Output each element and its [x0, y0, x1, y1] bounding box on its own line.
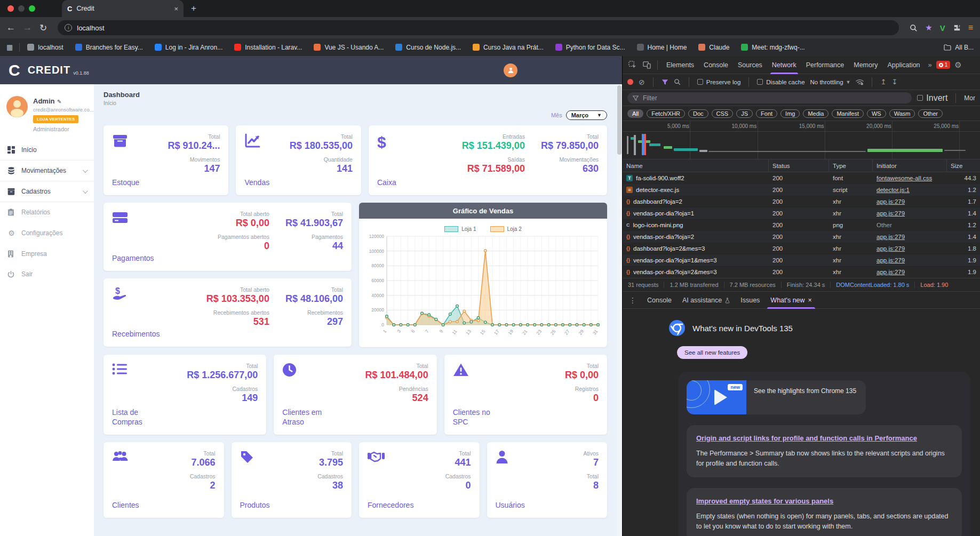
edit-profile-icon[interactable]: ✎: [57, 99, 61, 105]
filter-chip-ws[interactable]: WS: [867, 109, 886, 118]
bookmark-star-icon[interactable]: ★: [925, 23, 932, 33]
reload-icon[interactable]: ↻: [39, 22, 47, 34]
apps-grid-icon[interactable]: ▦: [6, 43, 13, 51]
network-row[interactable]: {}vendas-por-dia?loja=1200xhrapp.js:2791…: [623, 207, 980, 219]
search-icon[interactable]: [674, 78, 681, 85]
card-produtos[interactable]: Produtos Total3.795 Cadastros38: [232, 442, 352, 518]
filter-chip-all[interactable]: All: [627, 109, 643, 118]
preserve-log-checkbox[interactable]: Preserve log: [697, 79, 741, 85]
import-har-icon[interactable]: ↥: [880, 78, 886, 86]
network-row[interactable]: Clogo-icon-mini.png200pngOther1.2: [623, 219, 980, 231]
filter-chip-css[interactable]: CSS: [712, 109, 734, 118]
card-estoque[interactable]: Estoque TotalR$ 910.24... Movimentos147: [103, 125, 228, 195]
feature-link[interactable]: Origin and script links for profile and …: [696, 434, 917, 442]
card-usuarios[interactable]: Usuários Ativos7 Total8: [487, 442, 608, 518]
invert-filter-checkbox[interactable]: Invert: [917, 93, 947, 103]
search-tabs-icon[interactable]: [910, 24, 918, 32]
bookmark-item[interactable]: Meet: mdg-zfwq-...: [741, 44, 804, 51]
minimize-window-button[interactable]: [18, 5, 25, 12]
network-row[interactable]: {}dashboard?loja=2200xhrapp.js:2791.7: [623, 196, 980, 207]
sidebar-item-cadastros[interactable]: Cadastros: [0, 181, 94, 202]
bookmark-item[interactable]: Home | Home: [637, 44, 687, 51]
initiator-link[interactable]: app.js:279: [877, 257, 905, 263]
close-icon[interactable]: ×: [808, 297, 812, 304]
network-conditions-icon[interactable]: [856, 79, 864, 85]
bookmark-item[interactable]: Python for Data Sc...: [555, 44, 625, 51]
initiator-link[interactable]: app.js:279: [877, 269, 905, 275]
header-avatar[interactable]: [504, 63, 517, 77]
error-count-badge[interactable]: 1: [936, 61, 951, 69]
devtools-tab-elements[interactable]: Elements: [662, 56, 699, 74]
initiator-link[interactable]: detector.js:1: [877, 187, 910, 193]
drawer-tab-console[interactable]: Console: [642, 292, 677, 309]
new-tab-button[interactable]: +: [191, 3, 196, 14]
disable-cache-checkbox[interactable]: Disable cache: [757, 79, 804, 85]
filter-chip-font[interactable]: Font: [756, 109, 777, 118]
bookmark-item[interactable]: Claude: [698, 44, 729, 51]
initiator-link[interactable]: app.js:279: [877, 234, 905, 240]
browser-menu-icon[interactable]: ≡: [968, 23, 974, 33]
sidebar-item-configuracoes[interactable]: ⚙ Configurações: [0, 222, 94, 244]
address-bar[interactable]: i localhost: [58, 20, 899, 35]
network-row[interactable]: {}vendas-por-dia?loja=1&mes=3200xhrapp.j…: [623, 254, 980, 266]
filter-chip-wasm[interactable]: Wasm: [889, 109, 915, 118]
maximize-window-button[interactable]: [29, 5, 35, 12]
card-vendas[interactable]: Vendas TotalR$ 180.535,00 Quantidade141: [236, 125, 361, 195]
close-window-button[interactable]: [7, 5, 14, 12]
column-header-initiator[interactable]: Initiator: [873, 159, 947, 172]
card-lista-compras[interactable]: Lista de Compras TotalR$ 1.256.677,00 Ca…: [103, 355, 266, 435]
filter-chip-other[interactable]: Other: [918, 109, 943, 118]
devtools-tab-application[interactable]: Application: [882, 56, 925, 74]
highlights-video-card[interactable]: new See the highlights from Chrome 135: [687, 380, 866, 414]
sidebar-item-inicio[interactable]: Início: [0, 140, 94, 160]
sidebar-item-sair[interactable]: Sair: [0, 264, 94, 284]
devtools-tab-memory[interactable]: Memory: [849, 56, 882, 74]
tab-close-icon[interactable]: ×: [174, 5, 178, 13]
filter-funnel-icon[interactable]: [662, 79, 668, 85]
month-select[interactable]: Março ▼: [566, 110, 607, 120]
initiator-link[interactable]: app.js:279: [877, 245, 905, 252]
column-header-name[interactable]: Name: [623, 159, 769, 172]
see-all-features-button[interactable]: See all new features: [677, 346, 747, 359]
all-bookmarks-folder[interactable]: All B...: [944, 44, 974, 51]
devtools-tab-performance[interactable]: Performance: [801, 56, 849, 74]
card-recebimentos[interactable]: $ Recebimentos Total abertoR$ 103.353,00…: [103, 278, 352, 347]
devtools-settings-gear-icon[interactable]: ⚙: [954, 60, 961, 70]
card-clientes-atraso[interactable]: Clientes em Atraso TotalR$ 101.484,00 Pe…: [274, 355, 436, 435]
card-pagamentos[interactable]: Pagamentos Total abertoR$ 0,00 Pagamento…: [103, 203, 352, 271]
column-header-status[interactable]: Status: [769, 159, 829, 172]
network-row[interactable]: {}dashboard?loja=2&mes=3200xhrapp.js:279…: [623, 243, 980, 254]
device-toolbar-icon[interactable]: [640, 61, 654, 69]
drawer-tab-ai-assistance[interactable]: AI assistance: [677, 292, 735, 309]
video-thumbnail[interactable]: new: [687, 380, 746, 414]
filter-chip-media[interactable]: Media: [803, 109, 828, 118]
card-clientes-spc[interactable]: Clientes no SPC TotalR$ 0,00 Registros0: [444, 355, 607, 435]
extension-v-icon[interactable]: V: [940, 23, 945, 33]
clear-network-log-icon[interactable]: ⊘: [639, 78, 645, 86]
card-clientes[interactable]: Clientes Total7.066 Cadastros2: [103, 442, 224, 518]
inspect-element-icon[interactable]: [626, 61, 639, 69]
sidebar-item-empresa[interactable]: Empresa: [0, 244, 94, 264]
initiator-link[interactable]: fontawesome-all.css: [877, 175, 932, 181]
more-tabs-icon[interactable]: »: [928, 61, 932, 69]
initiator-link[interactable]: app.js:279: [877, 198, 905, 205]
drawer-tab-what-s-new[interactable]: What's new×: [765, 292, 817, 309]
forward-icon[interactable]: →: [23, 22, 32, 33]
filter-chip-doc[interactable]: Doc: [688, 109, 708, 118]
bookmark-item[interactable]: Branches for Easy...: [75, 44, 143, 51]
bookmark-item[interactable]: Curso de Node.js...: [395, 44, 461, 51]
more-filters-label[interactable]: Mor: [964, 94, 975, 102]
browser-tab[interactable]: C Credit ×: [62, 0, 184, 17]
throttling-select[interactable]: No throttling▼: [810, 79, 851, 85]
bookmark-item[interactable]: localhost: [27, 44, 63, 51]
extensions-puzzle-icon[interactable]: [953, 24, 961, 32]
column-header-type[interactable]: Type: [829, 159, 873, 172]
filter-chip-fetch/xhr[interactable]: Fetch/XHR: [647, 109, 685, 118]
network-row[interactable]: {}vendas-por-dia?loja=2&mes=3200xhrapp.j…: [623, 266, 980, 278]
filter-chip-manifest[interactable]: Manifest: [832, 109, 864, 118]
feature-link[interactable]: Improved empty states for various panels: [696, 497, 833, 505]
network-row[interactable]: ≡detector-exec.js200scriptdetector.js:11…: [623, 184, 980, 196]
waterfall-overview[interactable]: [623, 132, 980, 159]
sidebar-item-movimentacoes[interactable]: Movimentações: [0, 161, 94, 181]
bookmark-item[interactable]: Vue JS - Usando A...: [314, 44, 384, 51]
